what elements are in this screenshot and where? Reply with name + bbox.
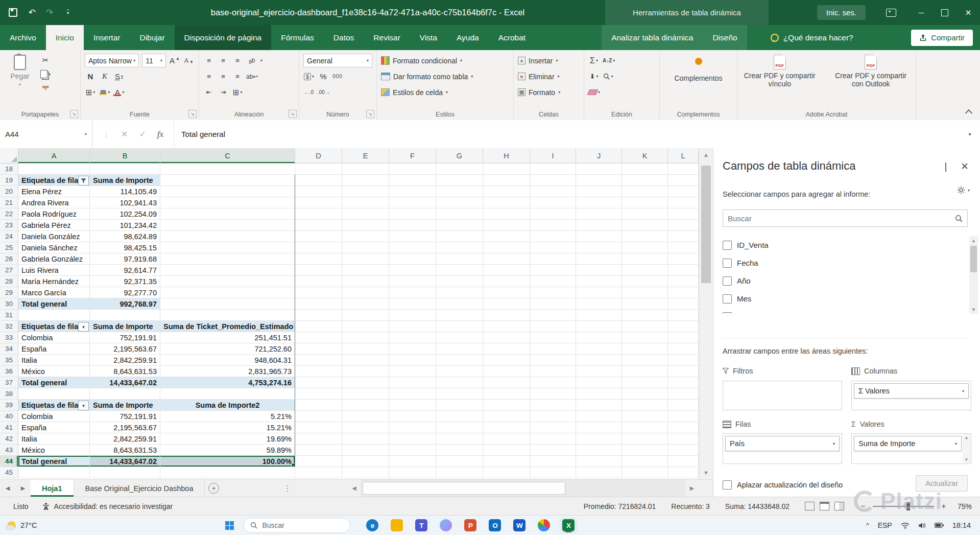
cell-C25[interactable] — [160, 242, 295, 253]
row-header-27[interactable]: 27 — [0, 265, 18, 276]
insert-function-icon[interactable]: fx — [157, 129, 163, 139]
cell-I45[interactable] — [530, 467, 576, 478]
horizontal-scroll-thumb[interactable] — [363, 482, 565, 495]
cell-D45[interactable] — [295, 467, 342, 478]
cell-I36[interactable] — [530, 366, 576, 377]
format-cells-button[interactable]: ▦Formato▾ — [514, 84, 584, 100]
cell-D38[interactable] — [295, 388, 342, 400]
cell-H24[interactable] — [483, 231, 530, 242]
cell-J44[interactable] — [576, 456, 622, 467]
sheet-tab-hoja1[interactable]: Hoja1 — [31, 480, 74, 497]
cell-F39[interactable] — [389, 400, 436, 411]
zoom-in-icon[interactable]: + — [940, 502, 947, 511]
cell-I34[interactable] — [530, 343, 576, 355]
cell-D26[interactable] — [295, 253, 342, 265]
rows-chip-pais[interactable]: País▾ — [725, 436, 840, 451]
cell-C42[interactable]: 19.69% — [160, 433, 295, 445]
cell-I41[interactable] — [530, 422, 576, 433]
cell-B38[interactable] — [90, 388, 160, 400]
cell-H29[interactable] — [483, 287, 530, 298]
cell-G32[interactable] — [436, 321, 483, 332]
cell-A37[interactable]: Total general — [18, 377, 90, 388]
cell-D24[interactable] — [295, 231, 342, 242]
row-header-33[interactable]: 33 — [0, 332, 18, 343]
cell-G23[interactable] — [436, 220, 483, 231]
cell-G36[interactable] — [436, 366, 483, 377]
scroll-right-icon[interactable]: ▶ — [685, 480, 699, 497]
row-header-42[interactable]: 42 — [0, 433, 18, 445]
field-item-id-venta[interactable]: ID_Venta — [723, 236, 958, 254]
cell-H26[interactable] — [483, 253, 530, 265]
confirm-entry-icon[interactable]: ✓ — [139, 129, 146, 139]
ribbon-tab-dise-o[interactable]: Diseño — [703, 25, 747, 50]
cell-L19[interactable] — [668, 175, 699, 186]
cell-H38[interactable] — [483, 388, 530, 400]
cell-C34[interactable]: 721,252.60 — [160, 343, 295, 355]
cell-L41[interactable] — [668, 422, 699, 433]
cell-K35[interactable] — [622, 355, 668, 366]
cell-L28[interactable] — [668, 276, 699, 287]
cell-E29[interactable] — [342, 287, 389, 298]
cell-K40[interactable] — [622, 411, 668, 422]
pane-close-icon[interactable]: ✕ — [961, 160, 969, 172]
cell-J24[interactable] — [576, 231, 622, 242]
sheet-tab-base-original-ejercicio-dashboa[interactable]: Base Original_Ejercicio Dashboa — [74, 480, 205, 497]
create-pdf-outlook-button[interactable]: PDF Crear PDF y compartir con Outlook — [826, 53, 916, 108]
cell-E41[interactable] — [342, 422, 389, 433]
taskbar-app-word[interactable]: W — [511, 518, 528, 533]
cell-K24[interactable] — [622, 231, 668, 242]
cell-E18[interactable] — [342, 164, 389, 175]
cell-J25[interactable] — [576, 242, 622, 253]
taskbar-app-powerpoint[interactable]: P — [462, 518, 479, 533]
cell-A24[interactable]: Daniela González — [18, 231, 90, 242]
pane-options-chevron-icon[interactable] — [945, 164, 946, 172]
cell-K25[interactable] — [622, 242, 668, 253]
selection-fill-handle[interactable] — [291, 463, 295, 467]
cell-C35[interactable]: 948,604.31 — [160, 355, 295, 366]
cell-B18[interactable] — [90, 164, 160, 175]
cell-K31[interactable] — [622, 310, 668, 321]
cell-J19[interactable] — [576, 175, 622, 186]
field-list-scroll-down-icon[interactable]: ▼ — [969, 305, 978, 314]
cell-E40[interactable] — [342, 411, 389, 422]
cell-E23[interactable] — [342, 220, 389, 231]
cell-C43[interactable]: 59.89% — [160, 445, 295, 456]
cell-F20[interactable] — [389, 186, 436, 197]
row-header-40[interactable]: 40 — [0, 411, 18, 422]
cell-K22[interactable] — [622, 208, 668, 220]
cell-B43[interactable]: 8,643,631.53 — [90, 445, 160, 456]
cell-K45[interactable] — [622, 467, 668, 478]
taskbar-app-excel[interactable]: X — [560, 518, 577, 533]
cell-L27[interactable] — [668, 265, 699, 276]
conditional-formatting-button[interactable]: Formato condicional▾ — [377, 53, 513, 68]
cell-L45[interactable] — [668, 467, 699, 478]
cell-C24[interactable] — [160, 231, 295, 242]
close-button[interactable]: ✕ — [957, 0, 980, 25]
cell-B35[interactable]: 2,842,259.91 — [90, 355, 160, 366]
volume-icon[interactable] — [918, 522, 926, 529]
cell-J23[interactable] — [576, 220, 622, 231]
cell-F35[interactable] — [389, 355, 436, 366]
cell-J41[interactable] — [576, 422, 622, 433]
cell-A21[interactable]: Andrea Rivera — [18, 197, 90, 208]
cell-J31[interactable] — [576, 310, 622, 321]
hidden-icons-chevron[interactable]: ^ — [866, 522, 869, 529]
taskbar-app-chrome[interactable] — [535, 518, 553, 533]
cell-B40[interactable]: 752,191.91 — [90, 411, 160, 422]
cell-H45[interactable] — [483, 467, 530, 478]
cell-A25[interactable]: Daniela Sánchez — [18, 242, 90, 253]
comma-format-icon[interactable]: 000 — [332, 71, 343, 83]
cell-C23[interactable] — [160, 220, 295, 231]
cell-H20[interactable] — [483, 186, 530, 197]
italic-icon[interactable]: K — [99, 71, 110, 83]
cell-A18[interactable] — [18, 164, 90, 175]
cell-C37[interactable]: 4,753,274.16 — [160, 377, 295, 388]
orientation-icon[interactable]: ab — [245, 53, 259, 68]
cell-A41[interactable]: España — [18, 422, 90, 433]
cell-J32[interactable] — [576, 321, 622, 332]
autosum-icon[interactable]: Σ▾ — [588, 55, 600, 67]
cut-icon[interactable]: ✂ — [40, 54, 51, 66]
cell-G25[interactable] — [436, 242, 483, 253]
sheet-nav-right-icon[interactable]: ▶ — [15, 480, 31, 497]
cell-A38[interactable] — [18, 388, 90, 400]
